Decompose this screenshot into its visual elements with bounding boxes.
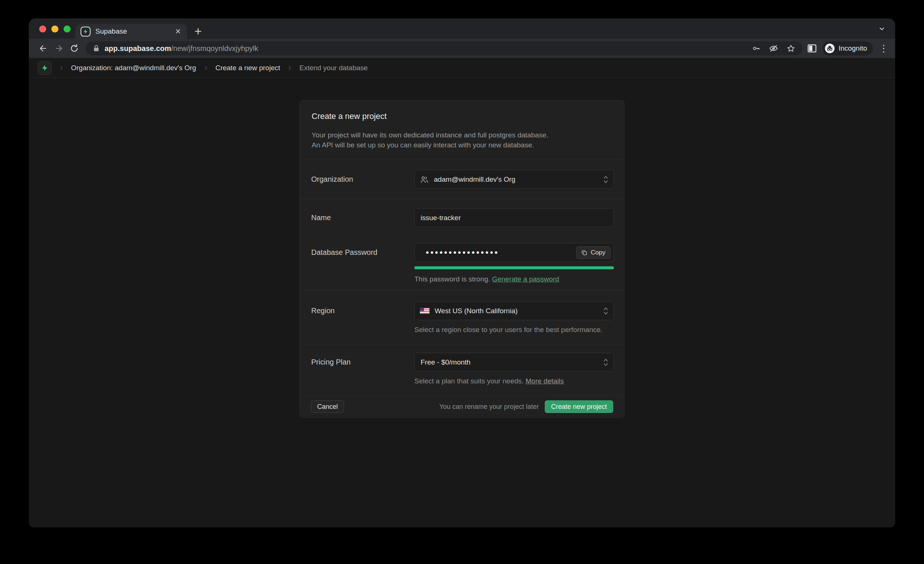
page-title: Create a new project bbox=[312, 112, 612, 121]
url-text: app.supabase.com/new/jfnsmqoynldvxjyhpyl… bbox=[105, 44, 258, 53]
select-chevrons-icon bbox=[603, 306, 608, 316]
pricing-help-text: Select a plan that suits your needs. bbox=[414, 377, 526, 385]
password-key-icon[interactable] bbox=[752, 44, 760, 52]
card-description-line2: An API will be set up so you can easily … bbox=[312, 140, 612, 150]
eye-off-icon[interactable] bbox=[769, 44, 778, 53]
tab-search-chevron-icon[interactable] bbox=[878, 25, 885, 33]
organization-value: adam@windmill.dev's Org bbox=[434, 175, 515, 184]
breadcrumb-create-project[interactable]: Create a new project bbox=[216, 64, 280, 72]
select-chevrons-icon bbox=[603, 175, 608, 184]
name-label: Name bbox=[311, 208, 414, 227]
close-window-button[interactable] bbox=[39, 25, 46, 33]
pricing-value: Free - $0/month bbox=[421, 358, 471, 367]
incognito-label: Incognito bbox=[838, 44, 867, 52]
rename-note: You can rename your project later bbox=[439, 403, 539, 411]
new-tab-button[interactable]: + bbox=[194, 25, 202, 37]
browser-window: Supabase ✕ + app.supabase.com/new/jfnsmq… bbox=[29, 18, 895, 527]
name-value: issue-tracker bbox=[421, 214, 461, 222]
tab-strip: Supabase ✕ + bbox=[29, 18, 895, 39]
minimize-window-button[interactable] bbox=[51, 25, 58, 33]
lock-icon[interactable] bbox=[93, 45, 99, 52]
password-strength-bar bbox=[414, 266, 614, 269]
url-path: /new/jfnsmqoynldvxjyhpylk bbox=[171, 44, 258, 52]
region-value: West US (North California) bbox=[435, 307, 518, 315]
window-controls bbox=[39, 25, 70, 33]
address-bar[interactable]: app.supabase.com/new/jfnsmqoynldvxjyhpyl… bbox=[86, 41, 802, 55]
forward-icon[interactable] bbox=[54, 44, 63, 53]
copy-button[interactable]: Copy bbox=[576, 246, 610, 259]
us-flag-icon bbox=[420, 308, 429, 314]
incognito-badge: Incognito bbox=[822, 41, 873, 55]
pricing-label: Pricing Plan bbox=[311, 353, 414, 385]
side-panel-icon[interactable] bbox=[808, 44, 816, 52]
incognito-icon bbox=[825, 43, 835, 54]
password-label: Database Password bbox=[311, 243, 414, 283]
main-area: Create a new project Your project will h… bbox=[29, 78, 895, 527]
region-label: Region bbox=[311, 301, 414, 334]
browser-menu-icon[interactable]: ⋮ bbox=[879, 43, 888, 54]
generate-password-link[interactable]: Generate a password bbox=[492, 275, 559, 283]
password-help: This password is strong. Generate a pass… bbox=[414, 275, 614, 283]
breadcrumb-organization[interactable]: Organization: adam@windmill.dev's Org bbox=[71, 64, 196, 72]
cancel-button[interactable]: Cancel bbox=[311, 400, 344, 413]
chevron-right-icon bbox=[58, 65, 64, 71]
password-masked-value: •••••••••••••••• bbox=[420, 248, 499, 257]
region-row: Region West US (North California) Select… bbox=[300, 290, 624, 344]
region-select[interactable]: West US (North California) bbox=[414, 301, 614, 320]
app-header: Organization: adam@windmill.dev's Org Cr… bbox=[29, 58, 895, 78]
browser-toolbar: app.supabase.com/new/jfnsmqoynldvxjyhpyl… bbox=[29, 39, 895, 58]
card-description-line1: Your project will have its own dedicated… bbox=[312, 130, 612, 140]
chevron-right-icon bbox=[203, 65, 209, 71]
tab-close-icon[interactable]: ✕ bbox=[174, 27, 182, 36]
card-header: Create a new project Your project will h… bbox=[300, 100, 624, 160]
reload-icon[interactable] bbox=[70, 44, 79, 53]
browser-tab-supabase[interactable]: Supabase ✕ bbox=[75, 24, 187, 39]
name-input[interactable]: issue-tracker bbox=[414, 208, 614, 227]
select-chevrons-icon bbox=[603, 358, 608, 367]
url-domain: app.supabase.com bbox=[105, 44, 171, 52]
password-row: Database Password •••••••••••••••• Copy … bbox=[300, 243, 624, 283]
organization-select[interactable]: adam@windmill.dev's Org bbox=[414, 170, 614, 189]
supabase-logo-icon[interactable] bbox=[38, 61, 52, 75]
region-help: Select a region close to your users for … bbox=[414, 326, 614, 334]
organization-row: Organization adam@windmill.dev's Org bbox=[300, 160, 624, 199]
users-icon bbox=[420, 175, 429, 184]
copy-label: Copy bbox=[591, 249, 605, 256]
back-icon[interactable] bbox=[39, 44, 48, 53]
organization-label: Organization bbox=[311, 170, 414, 189]
card-footer: Cancel You can rename your project later… bbox=[300, 396, 624, 417]
page-content: Organization: adam@windmill.dev's Org Cr… bbox=[29, 58, 895, 527]
copy-icon bbox=[581, 250, 587, 256]
pricing-help: Select a plan that suits your needs. Mor… bbox=[414, 377, 614, 385]
bookmark-star-icon[interactable] bbox=[787, 44, 795, 52]
tab-title: Supabase bbox=[95, 27, 174, 36]
zoom-window-button[interactable] bbox=[64, 25, 70, 33]
password-strength-text: This password is strong. bbox=[414, 275, 492, 283]
password-input[interactable]: •••••••••••••••• Copy bbox=[414, 243, 614, 262]
chevron-right-icon bbox=[287, 65, 293, 71]
create-project-card: Create a new project Your project will h… bbox=[299, 100, 625, 418]
pricing-row: Pricing Plan Free - $0/month Select a pl… bbox=[300, 344, 624, 396]
more-details-link[interactable]: More details bbox=[526, 377, 564, 385]
breadcrumb-extend-database: Extend your database bbox=[299, 64, 368, 72]
supabase-favicon-icon bbox=[81, 27, 90, 37]
create-new-project-button[interactable]: Create new project bbox=[545, 400, 613, 413]
pricing-select[interactable]: Free - $0/month bbox=[414, 353, 614, 372]
name-row: Name issue-tracker bbox=[300, 208, 624, 227]
